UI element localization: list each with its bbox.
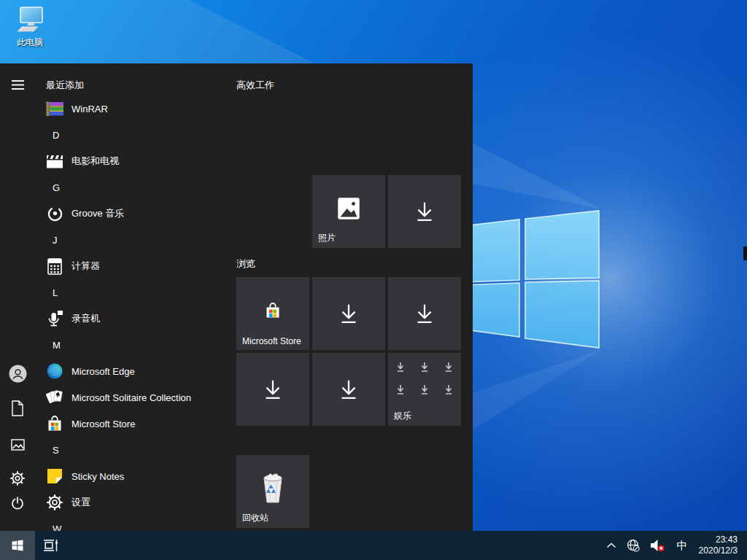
taskbar: 中 23:43 2020/12/3	[0, 531, 747, 560]
app-list-item[interactable]: Microsoft Store	[44, 411, 235, 437]
tile-label: 娱乐	[394, 410, 411, 422]
app-label: Sticky Notes	[71, 471, 124, 482]
screen: 此电脑	[0, 0, 747, 560]
app-label: 电影和电视	[71, 155, 119, 168]
app-list-item[interactable]: 计算器	[44, 253, 235, 279]
taskbar-spacer	[67, 531, 601, 560]
app-section-letter[interactable]: L	[44, 279, 235, 306]
app-label: S	[53, 445, 59, 456]
tile-回收站[interactable]: 回收站	[236, 455, 309, 528]
download-arrow-icon	[336, 377, 361, 402]
tile-pending-download[interactable]	[388, 277, 461, 350]
app-list-item[interactable]: WinRAR	[44, 96, 235, 122]
tile-label: 回收站	[242, 512, 268, 524]
windows-start-icon	[11, 539, 24, 552]
desktop-icon-label: 此电脑	[7, 36, 53, 49]
app-label: Groove 音乐	[71, 207, 124, 220]
groove-icon	[46, 205, 63, 222]
user-icon[interactable]	[0, 359, 35, 388]
app-label: M	[53, 340, 61, 351]
app-section-letter[interactable]: J	[44, 227, 235, 253]
recent-added-header: 最近添加	[46, 79, 84, 92]
app-label: W	[53, 524, 61, 532]
documents-icon[interactable]	[0, 394, 35, 423]
task-view-button[interactable]	[35, 531, 67, 560]
store-icon	[46, 415, 63, 432]
app-list-item[interactable]: Microsoft Solitaire Collection	[44, 384, 235, 411]
clock-time: 23:43	[716, 534, 738, 545]
movies-tv-icon	[46, 152, 63, 170]
store-icon	[264, 302, 282, 319]
taskbar-clock[interactable]: 23:43 2020/12/3	[694, 531, 747, 560]
edge-icon	[46, 362, 63, 380]
calculator-icon	[46, 257, 63, 275]
solitaire-icon	[46, 389, 63, 406]
power-icon[interactable]	[0, 489, 35, 518]
tile-area: 高效工作照片浏览Microsoft Store娱乐回收站	[236, 63, 467, 531]
app-section-letter[interactable]: D	[44, 122, 235, 148]
network-no-internet-icon[interactable]	[622, 531, 645, 560]
this-pc-icon	[14, 6, 46, 35]
app-section-letter[interactable]: M	[44, 332, 235, 358]
clock-date: 2020/12/3	[699, 545, 738, 556]
winrar-icon	[46, 100, 63, 117]
download-arrow-icon	[260, 377, 285, 402]
recycle-bin-icon	[258, 472, 287, 505]
volume-muted-icon[interactable]	[645, 531, 670, 560]
tile-pending-download[interactable]	[236, 353, 309, 426]
start-menu: 最近添加 WinRARD电影和电视GGroove 音乐J计算器L录音机MMicr…	[0, 63, 473, 531]
desktop-icon-this-pc[interactable]: 此电脑	[7, 6, 53, 49]
ime-indicator[interactable]: 中	[670, 531, 694, 560]
app-label: Microsoft Solitaire Collection	[71, 392, 191, 403]
clipped-edge-element	[743, 246, 747, 260]
tile-label: 照片	[318, 232, 336, 244]
photos-icon	[336, 195, 362, 222]
app-list-item[interactable]: 设置	[44, 489, 235, 516]
tile-娱乐[interactable]: 娱乐	[388, 353, 461, 426]
task-view-icon	[43, 539, 59, 552]
tile-pending-download[interactable]	[312, 353, 385, 426]
tile-pending-download[interactable]	[312, 277, 385, 350]
app-list-item[interactable]: Sticky Notes	[44, 463, 235, 489]
tile-group-title[interactable]: 高效工作	[236, 79, 274, 92]
settings-icon	[46, 494, 63, 511]
download-arrow-icon	[412, 301, 437, 326]
pictures-icon[interactable]	[0, 430, 35, 459]
download-arrow-icon	[412, 199, 437, 224]
app-section-letter[interactable]: S	[44, 437, 235, 463]
tile-Microsoft Store[interactable]: Microsoft Store	[236, 277, 309, 350]
app-label: L	[53, 287, 58, 298]
system-tray: 中 23:43 2020/12/3	[601, 531, 747, 560]
app-list-item[interactable]: Groove 音乐	[44, 201, 235, 227]
tile-pending-download[interactable]	[388, 175, 461, 248]
app-label: 计算器	[71, 260, 100, 273]
app-list-item[interactable]: Microsoft Edge	[44, 358, 235, 384]
app-label: 设置	[71, 496, 90, 509]
app-label: G	[53, 182, 60, 193]
hamburger-icon[interactable]	[0, 70, 35, 99]
app-label: WinRAR	[71, 104, 108, 114]
app-label: Microsoft Store	[71, 419, 135, 429]
tile-照片[interactable]: 照片	[312, 175, 385, 248]
app-label: J	[53, 235, 58, 246]
start-menu-rail	[0, 63, 35, 531]
tile-label: Microsoft Store	[242, 336, 301, 346]
app-list-item[interactable]: 电影和电视	[44, 148, 235, 174]
app-label: D	[53, 130, 59, 141]
sticky-notes-icon	[46, 467, 63, 485]
voice-recorder-icon	[46, 310, 63, 327]
app-section-letter[interactable]: G	[44, 174, 235, 201]
app-section-letter[interactable]: W	[44, 516, 235, 531]
tile-group-title[interactable]: 浏览	[236, 257, 255, 271]
app-label: 录音机	[71, 312, 100, 325]
app-list-item[interactable]: 录音机	[44, 306, 235, 332]
download-arrow-icon	[336, 301, 361, 326]
app-label: Microsoft Edge	[71, 366, 135, 377]
start-button[interactable]	[0, 531, 35, 560]
app-list: WinRARD电影和电视GGroove 音乐J计算器L录音机MMicrosoft…	[44, 96, 235, 531]
tray-chevron-up-icon[interactable]	[601, 531, 622, 560]
